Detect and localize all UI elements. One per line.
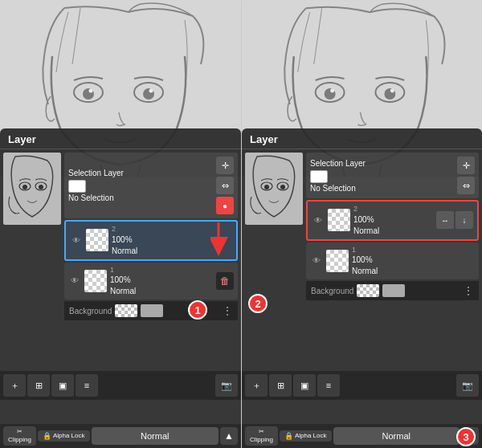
group-btn-left[interactable]: ▣ [51, 374, 74, 397]
group-btn-right[interactable]: ▣ [293, 374, 316, 397]
layer-number-1-left: 1 [110, 265, 213, 275]
selection-thumb-right [310, 170, 328, 183]
layer-number-1-right: 1 [352, 245, 475, 255]
eye-icon-2-left[interactable]: 👁 [70, 235, 83, 245]
down-icon-right[interactable]: ↓ [455, 211, 473, 229]
camera-btn-left[interactable]: 📷 [215, 374, 238, 397]
layers-list-left: Selection Layer No Selection ✛ ⇔ ● 👁 [64, 153, 238, 320]
add-layer-btn-left[interactable]: ＋ [3, 374, 26, 397]
svg-point-19 [390, 88, 394, 92]
selection-layer-row-left[interactable]: Selection Layer No Selection ✛ ⇔ ● [64, 153, 238, 218]
expand-icon-right[interactable]: ↔ [436, 211, 454, 229]
no-selection-label-left: No Selection [68, 193, 124, 203]
bottom-bar-left: ✂ Clipping 🔒 Alpha Lock Normal ▲ [0, 424, 241, 448]
badge-3: 3 [456, 427, 476, 446]
svg-rect-7 [3, 153, 61, 225]
background-label-left: Background [69, 307, 112, 316]
badge-1: 1 [188, 300, 207, 320]
blend-mode-left[interactable]: Normal [92, 427, 219, 445]
layer-blend-2-right: Normal [353, 226, 433, 237]
flatten-btn-right[interactable]: ≡ [317, 374, 340, 397]
background-row-left[interactable]: Background ⋮ [64, 301, 238, 320]
transform-icon-left[interactable]: ⇔ [216, 177, 234, 194]
svg-point-23 [264, 185, 269, 189]
blend-mode-value-right: Normal [382, 431, 411, 441]
bg-thumb2-left [141, 304, 163, 317]
blend-mode-value-left: Normal [141, 431, 169, 441]
layer-panel-right: Layer [242, 128, 482, 424]
layer-thumb-2-left [86, 229, 108, 251]
layer-opacity-2-right: 100% [353, 214, 433, 226]
layer-blend-1-left: Normal [110, 286, 213, 297]
layer-header-right: Layer [242, 128, 482, 149]
svg-point-24 [280, 185, 285, 189]
clipping-btn-left[interactable]: ✂ Clipping [3, 426, 36, 445]
bottom-toolbar-left: ＋ ⊞ ▣ ≡ 📷 [0, 371, 241, 400]
more-options-right[interactable]: ⋮ [463, 284, 474, 297]
blend-mode-right[interactable]: Normal [333, 427, 460, 445]
copy-btn-right[interactable]: ⊞ [269, 374, 292, 397]
eye-icon-2-right[interactable]: 👁 [312, 215, 325, 225]
background-label-right: Background [311, 287, 353, 295]
clipping-label-left: Clipping [8, 436, 31, 444]
camera-btn-right[interactable]: 📷 [456, 374, 479, 397]
alpha-lock-label-left: Alpha Lock [53, 432, 85, 440]
bottom-toolbar-right: ＋ ⊞ ▣ ≡ 📷 [242, 371, 482, 400]
layer-number-2-right: 2 [353, 204, 433, 214]
main-thumbnail-left [3, 153, 61, 225]
svg-point-11 [39, 185, 43, 189]
clipping-btn-right[interactable]: ✂ Clipping [245, 426, 278, 445]
layer-info-1-left: 1 100% Normal [110, 265, 213, 298]
selection-layer-label-right: Selection Layer [310, 158, 366, 169]
selection-side-icons-right: ✛ ⇔ [457, 155, 475, 196]
layer-blend-1-right: Normal [352, 266, 475, 277]
selection-info-right: Selection Layer No Selection [310, 158, 366, 193]
alpha-lock-label-right: Alpha Lock [295, 432, 327, 440]
svg-point-6 [149, 89, 153, 93]
layer-row-1-right[interactable]: 👁 1 100% Normal [306, 242, 479, 280]
red-arrow-annotation [210, 218, 241, 262]
layer-title-right: Layer [250, 133, 278, 145]
layer-header-left: Layer [0, 128, 241, 149]
eye-icon-1-left[interactable]: 👁 [68, 276, 81, 286]
add-layer-btn-right[interactable]: ＋ [245, 374, 268, 397]
arrow-up-btn-left[interactable]: ▲ [220, 427, 238, 445]
selection-side-icons-left: ✛ ⇔ ● [216, 155, 234, 216]
layer-title-left: Layer [8, 133, 36, 145]
layer-row-1-left[interactable]: 👁 1 100% Normal 🗑 [64, 263, 238, 300]
more-options-left[interactable]: ⋮ [222, 304, 233, 317]
layer-info-2-right: 2 100% Normal [353, 204, 433, 237]
copy-btn-left[interactable]: ⊞ [27, 374, 50, 397]
no-selection-label-right: No Selection [310, 183, 366, 193]
move-icon-left[interactable]: ✛ [216, 157, 234, 174]
layer-opacity-1-right: 100% [352, 255, 475, 266]
background-row-right[interactable]: Background ⋮ [306, 281, 479, 300]
transform-icon-right[interactable]: ⇔ [457, 177, 475, 194]
layer-opacity-1-left: 100% [110, 275, 213, 286]
svg-rect-20 [245, 153, 303, 225]
move-icon-right[interactable]: ✛ [457, 157, 475, 174]
bg-thumb-left [115, 304, 137, 317]
alpha-lock-btn-right[interactable]: 🔒 Alpha Lock [280, 430, 332, 442]
alpha-lock-btn-left[interactable]: 🔒 Alpha Lock [38, 430, 90, 442]
right-panel: Layer [241, 0, 482, 448]
delete-icon-1-left[interactable]: 🗑 [216, 272, 234, 290]
layer-content-right: Selection Layer No Selection ✛ ⇔ 👁 2 [242, 149, 482, 303]
bottom-bar-right: ✂ Clipping 🔒 Alpha Lock Normal ▲ [242, 424, 482, 448]
svg-point-18 [330, 88, 334, 92]
layer-thumb-1-left [84, 270, 107, 292]
layers-list-right: Selection Layer No Selection ✛ ⇔ 👁 2 [306, 153, 479, 300]
flatten-btn-left[interactable]: ≡ [76, 374, 98, 397]
layer-thumb-2-right [328, 209, 350, 231]
selection-layer-label-left: Selection Layer [68, 168, 124, 178]
layer-row-2-right[interactable]: 👁 2 100% Normal ↔ ↓ [306, 200, 479, 241]
layer-content-left: Selection Layer No Selection ✛ ⇔ ● 👁 [0, 149, 241, 324]
flag-icon-left[interactable]: ● [216, 197, 234, 214]
selection-layer-row-right[interactable]: Selection Layer No Selection ✛ ⇔ [306, 153, 479, 198]
layer2-side-icons-right: ↔ ↓ [436, 210, 473, 230]
eye-icon-1-right[interactable]: 👁 [310, 256, 323, 266]
layer-row-2-left[interactable]: 👁 2 100% Normal [64, 220, 238, 261]
bg-thumb2-right [382, 284, 405, 297]
layer-thumb-1-right [326, 250, 349, 272]
badge-2-label: 2 [255, 298, 260, 310]
